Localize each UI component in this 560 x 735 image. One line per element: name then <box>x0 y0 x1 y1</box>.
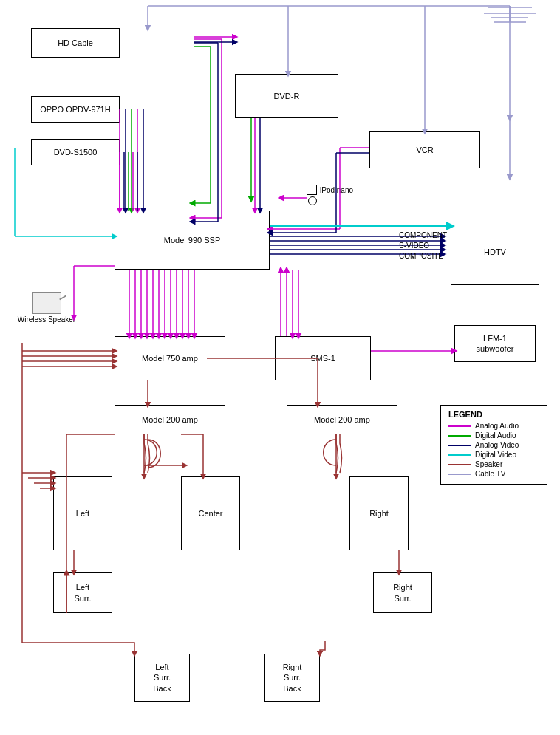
wiring-diagram: COMPONENT S-VIDEO COMPOSITE <box>0 0 560 735</box>
svg-text:COMPOSITE: COMPOSITE <box>399 252 443 260</box>
svg-text:S-VIDEO: S-VIDEO <box>399 242 429 250</box>
svg-text:COMPONENT: COMPONENT <box>399 231 447 239</box>
diagram-container: HD Cable OPPO OPDV-971H DVD-S1500 DVD-R … <box>0 0 560 735</box>
